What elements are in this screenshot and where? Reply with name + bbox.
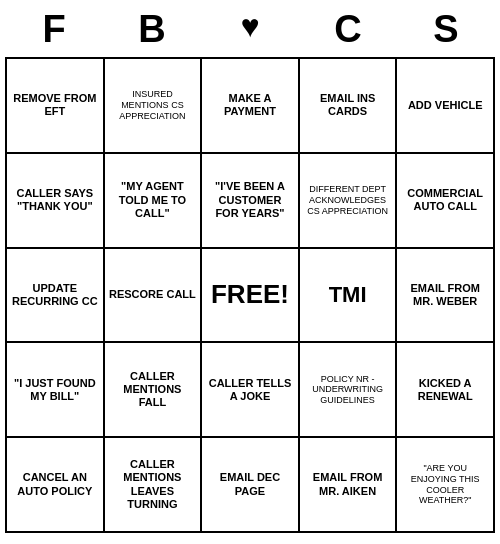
bingo-cell-17[interactable]: CALLER TELLS A JOKE — [202, 343, 300, 438]
bingo-cell-12[interactable]: Free! — [202, 249, 300, 344]
bingo-grid: REMOVE FROM EFTINSURED MENTIONS CS APPRE… — [5, 57, 495, 533]
cell-text-6: "MY AGENT TOLD ME TO CALL" — [109, 180, 197, 220]
bingo-cell-2[interactable]: MAKE A PAYMENT — [202, 59, 300, 154]
cell-text-13: TMI — [329, 282, 367, 308]
cell-text-14: EMAIL FROM MR. WEBER — [401, 282, 489, 308]
bingo-cell-1[interactable]: INSURED MENTIONS CS APPRECIATION — [105, 59, 203, 154]
cell-text-10: UPDATE RECURRING CC — [11, 282, 99, 308]
bingo-cell-11[interactable]: RESCORE CALL — [105, 249, 203, 344]
bingo-cell-3[interactable]: EMAIL INS CARDS — [300, 59, 398, 154]
bingo-cell-0[interactable]: REMOVE FROM EFT — [7, 59, 105, 154]
bingo-cell-23[interactable]: EMAIL FROM MR. AIKEN — [300, 438, 398, 533]
cell-text-1: INSURED MENTIONS CS APPRECIATION — [109, 89, 197, 121]
cell-text-19: KICKED A RENEWAL — [401, 377, 489, 403]
header-letter-0: F — [5, 4, 103, 55]
cell-text-23: EMAIL FROM MR. AIKEN — [304, 471, 392, 497]
cell-text-21: CALLER MENTIONS LEAVES TURNING — [109, 458, 197, 511]
cell-text-11: RESCORE CALL — [109, 288, 196, 301]
cell-text-16: CALLER MENTIONS FALL — [109, 370, 197, 410]
bingo-cell-18[interactable]: POLICY NR - UNDERWRITING GUIDELINES — [300, 343, 398, 438]
cell-text-15: "I JUST FOUND MY BILL" — [11, 377, 99, 403]
bingo-cell-22[interactable]: EMAIL DEC PAGE — [202, 438, 300, 533]
cell-text-18: POLICY NR - UNDERWRITING GUIDELINES — [304, 374, 392, 406]
header-letter-2: ♥ — [201, 4, 299, 55]
bingo-header: FB♥CS — [5, 4, 495, 55]
bingo-cell-24[interactable]: "ARE YOU ENJOYING THIS COOLER WEATHER?" — [397, 438, 495, 533]
bingo-cell-8[interactable]: DIFFERENT DEPT ACKNOWLEDGES CS APPRECIAT… — [300, 154, 398, 249]
bingo-cell-15[interactable]: "I JUST FOUND MY BILL" — [7, 343, 105, 438]
cell-text-12: Free! — [211, 279, 289, 310]
bingo-cell-4[interactable]: ADD VEHICLE — [397, 59, 495, 154]
bingo-cell-19[interactable]: KICKED A RENEWAL — [397, 343, 495, 438]
cell-text-24: "ARE YOU ENJOYING THIS COOLER WEATHER?" — [401, 463, 489, 506]
bingo-cell-13[interactable]: TMI — [300, 249, 398, 344]
bingo-cell-20[interactable]: CANCEL AN AUTO POLICY — [7, 438, 105, 533]
cell-text-17: CALLER TELLS A JOKE — [206, 377, 294, 403]
bingo-cell-21[interactable]: CALLER MENTIONS LEAVES TURNING — [105, 438, 203, 533]
bingo-cell-16[interactable]: CALLER MENTIONS FALL — [105, 343, 203, 438]
bingo-cell-9[interactable]: COMMERCIAL AUTO CALL — [397, 154, 495, 249]
bingo-cell-6[interactable]: "MY AGENT TOLD ME TO CALL" — [105, 154, 203, 249]
cell-text-5: CALLER SAYS "THANK YOU" — [11, 187, 99, 213]
cell-text-7: "I'VE BEEN A CUSTOMER FOR YEARS" — [206, 180, 294, 220]
bingo-cell-14[interactable]: EMAIL FROM MR. WEBER — [397, 249, 495, 344]
bingo-cell-5[interactable]: CALLER SAYS "THANK YOU" — [7, 154, 105, 249]
cell-text-20: CANCEL AN AUTO POLICY — [11, 471, 99, 497]
bingo-card: FB♥CS REMOVE FROM EFTINSURED MENTIONS CS… — [5, 4, 495, 533]
bingo-cell-7[interactable]: "I'VE BEEN A CUSTOMER FOR YEARS" — [202, 154, 300, 249]
header-letter-1: B — [103, 4, 201, 55]
header-letter-4: S — [397, 4, 495, 55]
cell-text-8: DIFFERENT DEPT ACKNOWLEDGES CS APPRECIAT… — [304, 184, 392, 216]
cell-text-22: EMAIL DEC PAGE — [206, 471, 294, 497]
cell-text-4: ADD VEHICLE — [408, 99, 483, 112]
cell-text-3: EMAIL INS CARDS — [304, 92, 392, 118]
cell-text-0: REMOVE FROM EFT — [11, 92, 99, 118]
bingo-cell-10[interactable]: UPDATE RECURRING CC — [7, 249, 105, 344]
cell-text-9: COMMERCIAL AUTO CALL — [401, 187, 489, 213]
cell-text-2: MAKE A PAYMENT — [206, 92, 294, 118]
header-letter-3: C — [299, 4, 397, 55]
